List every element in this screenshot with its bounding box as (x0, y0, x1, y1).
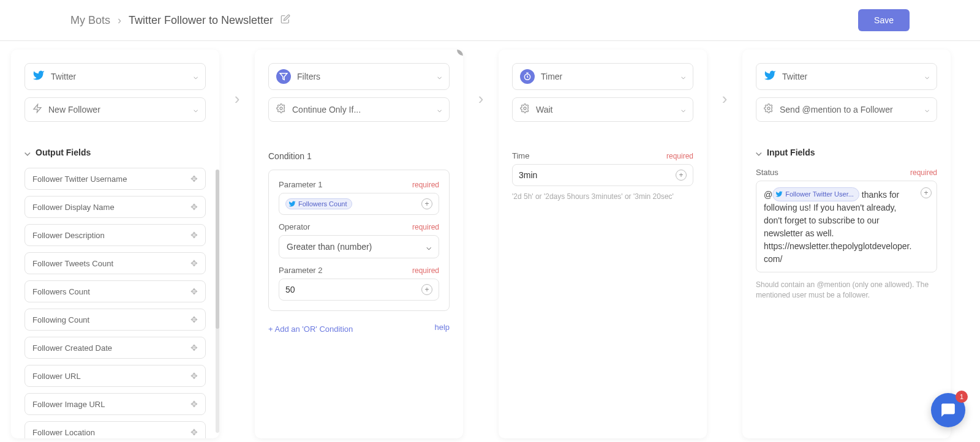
app-selector[interactable]: Filters ⌵ (268, 63, 450, 90)
output-field[interactable]: Follower Image URL✥ (24, 393, 206, 415)
step-connector: › (707, 50, 742, 148)
add-token-button[interactable]: + (421, 284, 432, 295)
filter-icon (276, 69, 291, 84)
output-field[interactable]: Follower Twitter Username✥ (24, 168, 206, 190)
drag-handle-icon[interactable]: ✥ (190, 371, 198, 381)
save-button[interactable]: Save (858, 9, 910, 31)
drag-handle-icon[interactable]: ✥ (190, 399, 198, 409)
svg-point-5 (767, 107, 770, 110)
scrollbar[interactable] (216, 170, 219, 433)
drag-handle-icon[interactable]: ✥ (190, 174, 198, 184)
time-label: Time (512, 151, 529, 160)
action-selector[interactable]: Wait ⌵ (512, 97, 693, 122)
param1-input[interactable]: Followers Count + (279, 193, 439, 215)
action-label: New Follower (48, 105, 187, 114)
app-label: Twitter (51, 72, 187, 81)
drag-handle-icon[interactable]: ✥ (190, 287, 198, 296)
step-card-action: Twitter ⌵ Send @mention to a Follower ⌵ … (742, 50, 951, 438)
output-field[interactable]: Following Count✥ (24, 309, 206, 331)
app-label: Timer (541, 72, 675, 81)
status-content: @ Follower Twitter User... thanks for fo… (764, 187, 929, 266)
drag-handle-icon[interactable]: ✥ (190, 258, 198, 268)
action-label: Continue Only If... (292, 105, 431, 114)
chat-widget[interactable]: 1 (931, 393, 965, 427)
param2-input[interactable]: + (279, 279, 439, 301)
chevron-right-icon: › (235, 89, 240, 108)
timer-icon (520, 69, 535, 84)
required-label: required (412, 266, 439, 275)
param-token[interactable]: Followers Count (285, 198, 352, 209)
operator-select[interactable]: Greater than (number) ⌵ (279, 235, 439, 258)
breadcrumb: My Bots › Twitter Follower to Newsletter (70, 14, 290, 27)
workflow-canvas: Twitter ⌵ New Follower ⌵ ⌵ Output Fields… (0, 41, 980, 442)
action-label: Wait (536, 105, 675, 114)
status-hint: Should contain an @mention (only one all… (756, 280, 937, 301)
chevron-right-icon: › (478, 89, 484, 108)
chevron-right-icon: › (118, 14, 121, 27)
drag-handle-icon[interactable]: ✥ (190, 315, 198, 324)
status-input[interactable]: + @ Follower Twitter User... thanks for … (756, 181, 937, 272)
gear-icon (520, 103, 530, 116)
output-field[interactable]: Followers Count✥ (24, 280, 206, 302)
section-title-label: Input Fields (767, 148, 815, 157)
status-label: Status (756, 168, 778, 177)
help-link[interactable]: help (434, 323, 450, 332)
drag-handle-icon[interactable]: ✥ (190, 202, 198, 212)
svg-point-4 (524, 107, 526, 110)
operator-label: Operator (279, 222, 310, 231)
action-selector[interactable]: New Follower ⌵ (24, 97, 206, 122)
chevron-down-icon: ⌵ (925, 72, 929, 81)
section-title-label: Output Fields (36, 148, 91, 157)
app-selector[interactable]: Timer ⌵ (512, 63, 693, 90)
operator-value: Greater than (number) (287, 242, 372, 252)
add-token-button[interactable]: + (676, 170, 687, 181)
breadcrumb-root[interactable]: My Bots (70, 14, 110, 27)
param2-label: Parameter 2 (279, 266, 323, 275)
step-connector: › (219, 50, 255, 148)
time-input[interactable]: + (512, 164, 693, 186)
add-or-condition[interactable]: + Add an 'OR' Condition (268, 324, 450, 334)
chevron-down-icon: ⌵ (756, 146, 762, 158)
svg-point-2 (280, 107, 282, 110)
required-label: required (910, 168, 937, 177)
output-field[interactable]: Follower URL✥ (24, 365, 206, 387)
output-field[interactable]: Follower Description✥ (24, 224, 206, 246)
scrollbar-thumb[interactable] (216, 170, 219, 329)
step-card-timer: Timer ⌵ Wait ⌵ Time required + '2d 5h' o… (499, 50, 707, 438)
input-fields-header[interactable]: ⌵ Input Fields (756, 146, 937, 158)
token-label: Follower Twitter User... (785, 189, 854, 200)
output-field[interactable]: Follower Created Date✥ (24, 337, 206, 359)
add-token-button[interactable]: + (421, 198, 432, 209)
drag-handle-icon[interactable]: ✥ (190, 343, 198, 353)
required-label: required (412, 223, 439, 231)
step-card-filter: ✕ Filters ⌵ Continue Only If... ⌵ Condit… (255, 50, 463, 438)
svg-marker-1 (280, 73, 287, 80)
app-selector[interactable]: Twitter ⌵ (24, 63, 206, 90)
app-selector[interactable]: Twitter ⌵ (756, 63, 937, 90)
param-token[interactable]: Follower Twitter User... (772, 187, 859, 201)
time-hint: '2d 5h' or '2days 5hours 3minutes' or '3… (512, 192, 693, 201)
chevron-down-icon: ⌵ (681, 72, 685, 81)
action-selector[interactable]: Send @mention to a Follower ⌵ (756, 97, 937, 122)
param2-field[interactable] (285, 285, 421, 294)
condition-box: Parameter 1 required Followers Count + O… (268, 170, 450, 311)
action-selector[interactable]: Continue Only If... ⌵ (268, 97, 450, 122)
drag-handle-icon[interactable]: ✥ (190, 427, 198, 437)
chevron-down-icon: ⌵ (437, 105, 442, 114)
param1-label: Parameter 1 (279, 180, 323, 189)
app-label: Twitter (782, 72, 919, 81)
output-field[interactable]: Follower Location✥ (24, 421, 206, 438)
add-token-button[interactable]: + (921, 187, 932, 198)
chevron-down-icon: ⌵ (437, 72, 442, 81)
output-fields-header[interactable]: ⌵ Output Fields (24, 146, 206, 158)
bolt-icon (32, 103, 42, 116)
edit-icon[interactable] (281, 14, 290, 27)
time-field[interactable] (519, 170, 676, 180)
close-icon[interactable]: ✕ (457, 50, 463, 56)
chevron-right-icon: › (722, 89, 728, 108)
output-field[interactable]: Follower Display Name✥ (24, 196, 206, 218)
status-prefix: @ (764, 190, 772, 200)
drag-handle-icon[interactable]: ✥ (190, 230, 198, 240)
twitter-icon (764, 69, 776, 84)
output-field[interactable]: Follower Tweets Count✥ (24, 252, 206, 274)
